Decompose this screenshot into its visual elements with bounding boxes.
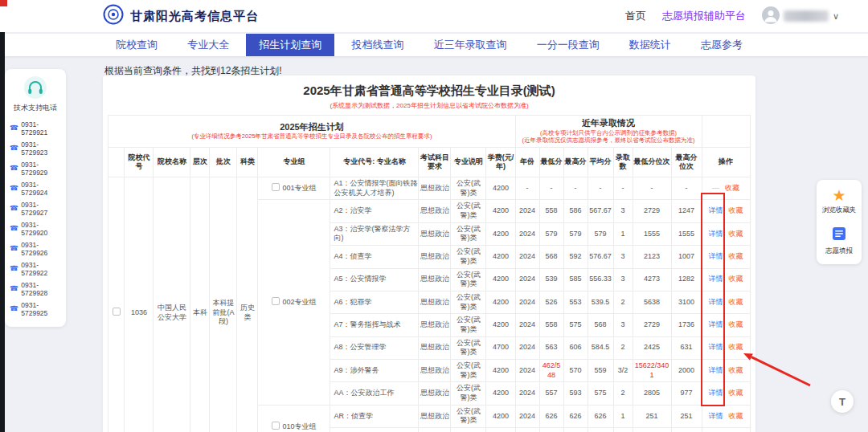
fee: 4200 [486,200,515,222]
user-menu[interactable]: ∨ [762,6,839,26]
group-checkbox[interactable] [272,183,280,191]
adm-count: 1 [613,222,633,245]
nav-item-cutoff-search[interactable]: 投档线查询 [338,34,416,56]
nav-item-reference[interactable]: 志愿参考 [688,34,755,56]
nav-item-college-search[interactable]: 院校查询 [103,34,170,56]
max-score: 606 [563,336,588,359]
op-cell: 详情收藏 [702,222,750,245]
op-cell: 详情收藏 [702,360,750,382]
favorite-link[interactable]: 收藏 [729,230,743,238]
major-name: A5：公安情报学 [330,268,419,291]
phone-item: ☎0931-5729927 [8,198,63,218]
phone-item: ☎0931-5729921 [8,118,63,138]
avg-score: 579 [588,222,613,245]
back-to-top-button[interactable]: T [831,390,854,413]
detail-link[interactable]: 详情 [709,389,723,397]
favorite-link[interactable]: 收藏 [729,298,743,306]
min-score: 579 [539,222,563,245]
major-name: A7：警务指挥与战术 [330,314,419,336]
fee: 4700 [486,336,515,359]
nav-item-major-list[interactable]: 专业大全 [174,34,242,56]
year: 2024 [515,382,539,405]
detail-link[interactable]: 详情 [709,366,723,374]
major-desc: 公安(武警)类 [451,177,486,200]
institution-code: 1036 [125,177,154,432]
fee [486,428,515,432]
op-cell: 详情收藏 [702,246,750,268]
max-score: 570 [563,360,588,382]
headset-icon [8,75,63,100]
nav-item-score-segment[interactable]: 一分一段查询 [524,34,612,56]
fee: 4200 [486,405,515,427]
detail-link[interactable]: 详情 [709,252,723,260]
detail-link[interactable]: 详情 [709,206,723,214]
detail-link[interactable]: 详情 [709,275,723,283]
avg-score: - [588,177,613,200]
detail-link[interactable]: 详情 [709,230,723,238]
apply-widget[interactable]: 志愿填报 [825,226,853,256]
year: 2024 [515,360,539,382]
nav-item-history-admission[interactable]: 近三年录取查询 [421,34,520,56]
min-rank: 4273 [633,268,671,291]
major-name: A9：涉外警务 [330,360,419,382]
fee: 4200 [486,268,515,291]
adm-count: 3/2 [613,360,633,382]
year: 2024 [515,200,539,222]
min-score: 558 [539,200,563,222]
col-max-rank: 最高分位次 [671,147,702,177]
major-desc: 公安(武警)类 [451,382,486,405]
favorite-link[interactable]: 收藏 [729,206,743,214]
op-cell: 详情收藏 [702,268,750,291]
min-rank: 2805 [633,382,671,405]
institution-name-link[interactable]: 中国人民公安大学 [154,177,190,432]
year: 2024 [515,405,539,427]
detail-link[interactable]: 详情 [709,412,723,420]
main-nav: 院校查询 专业大全 招生计划查询 投档线查询 近三年录取查询 一分一段查询 数据… [0,34,868,56]
col-min: 最低分 [539,147,563,177]
favorite-link[interactable]: 收藏 [725,184,739,192]
favorite-link[interactable]: 收藏 [729,252,743,260]
favorite-link[interactable]: 收藏 [729,366,743,374]
phone-item: ☎0931-5729922 [8,259,63,279]
nav-item-statistics[interactable]: 数据统计 [616,34,684,56]
detail-link[interactable]: 详情 [709,343,723,351]
min-rank: 15622/3401 [633,360,671,382]
min-score: 558 [539,314,563,336]
op-cell: 详情收藏 [702,200,750,222]
year: - [515,177,539,200]
phone-item: ☎0931-5729923 [8,138,63,158]
results-card: 2025年甘肃省普通高等学校招生专业目录(测试) (系统显示为测试数据，2025… [103,75,755,432]
detail-link[interactable]: 详情 [709,320,723,328]
favorite-link[interactable]: 收藏 [729,389,743,397]
exam-subject: 思想政治 [419,428,451,432]
home-link[interactable]: 首页 [625,9,646,23]
screen-edge-strip [0,32,5,432]
major-name: A1：公安情报学(面向铁路公安机关人才培养) [330,177,419,200]
major-name: AR：侦查学 [330,405,419,427]
table-group-header-row: 2025年招生计划 (专业详细情况参考2025年甘肃省普通高等学校招生专业目录及… [108,116,750,148]
nav-item-plan-search-active[interactable]: 招生计划查询 [246,34,334,56]
min-score: - [539,177,563,200]
group-checkbox[interactable] [272,422,280,430]
max-rank [671,428,702,432]
favorite-link[interactable]: 收藏 [729,343,743,351]
institution-checkbox-cell [108,177,125,432]
top-icon: T [839,396,845,408]
min-rank: 2123 [633,246,671,268]
favorite-link[interactable]: 收藏 [729,275,743,283]
phone-icon: ☎ [10,145,18,152]
favorite-link[interactable]: 收藏 [729,320,743,328]
group-checkbox[interactable] [272,297,280,305]
adm-count: 3 [613,314,633,336]
detail-link[interactable]: 详情 [709,298,723,306]
min-rank: 2729 [633,200,671,222]
major-group-cell: 001专业组 [258,177,330,200]
avg-score: 626 [588,405,613,427]
favorites-widget[interactable]: ★ 浏览收藏夹 [822,188,857,215]
favorite-link[interactable]: 收藏 [729,412,743,420]
adm-count: 3 [613,200,633,222]
col-op: 操作 [702,147,750,177]
fee: 4200 [486,360,515,382]
institution-checkbox[interactable] [113,308,121,316]
assist-platform-link[interactable]: 志愿填报辅助平台 [662,9,746,23]
